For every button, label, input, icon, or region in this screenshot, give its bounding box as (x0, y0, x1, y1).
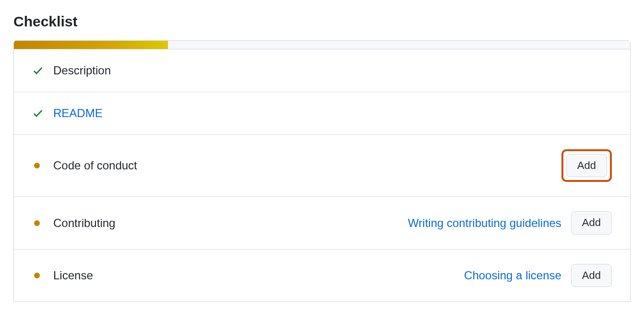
item-label: Description (53, 64, 612, 77)
page-title: Checklist (13, 13, 631, 30)
add-button[interactable]: Add (571, 211, 612, 234)
highlight-frame: Add (561, 149, 612, 182)
checklist-item-readme: README (14, 92, 630, 135)
item-label: License (53, 269, 464, 282)
progress-fill (14, 41, 168, 49)
check-icon (32, 108, 46, 119)
add-button[interactable]: Add (566, 154, 607, 177)
checklist-item-license: License Choosing a license Add (14, 250, 630, 301)
hint-link[interactable]: Choosing a license (464, 269, 561, 282)
item-label: Code of conduct (53, 159, 561, 172)
pending-dot-icon (32, 273, 46, 278)
item-label: Contributing (53, 216, 408, 230)
progress-bar (14, 41, 630, 49)
check-icon (32, 65, 46, 76)
item-label-link[interactable]: README (53, 107, 612, 120)
add-button[interactable]: Add (571, 264, 612, 287)
hint-link[interactable]: Writing contributing guidelines (408, 216, 561, 230)
checklist-item-code-of-conduct: Code of conduct Add (14, 135, 630, 197)
pending-dot-icon (32, 163, 46, 168)
checklist-card: Description README Code of conduct Add C… (13, 40, 631, 302)
checklist-item-description: Description (14, 49, 630, 92)
checklist-item-contributing: Contributing Writing contributing guidel… (14, 197, 630, 249)
pending-dot-icon (32, 220, 46, 226)
